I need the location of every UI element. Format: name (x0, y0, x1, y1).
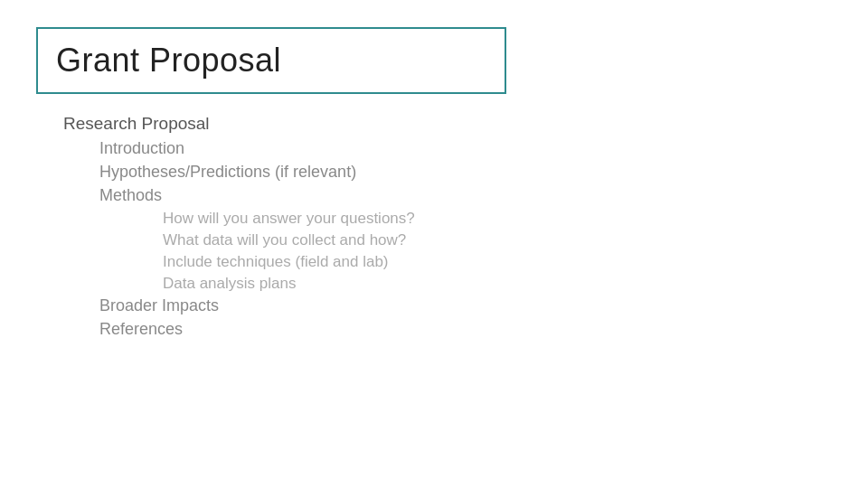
slide-title: Grant Proposal (56, 42, 281, 79)
list-item-methods: Methods (54, 186, 832, 205)
slide-container: Grant Proposal Research Proposal Introdu… (0, 0, 868, 488)
title-box: Grant Proposal (36, 27, 506, 94)
list-item-how-answer: How will you answer your questions? (54, 210, 832, 228)
list-item-introduction: Introduction (54, 139, 832, 158)
list-item-references: References (54, 320, 832, 339)
list-item-hypotheses: Hypotheses/Predictions (if relevant) (54, 163, 832, 182)
list-item-what-data: What data will you collect and how? (54, 231, 832, 249)
list-item-broader-impacts: Broader Impacts (54, 296, 832, 315)
list-item-data-analysis: Data analysis plans (54, 275, 832, 293)
outline-list: Research Proposal Introduction Hypothese… (36, 114, 832, 339)
list-item-techniques: Include techniques (field and lab) (54, 253, 832, 271)
list-item-research-proposal: Research Proposal (54, 114, 832, 134)
